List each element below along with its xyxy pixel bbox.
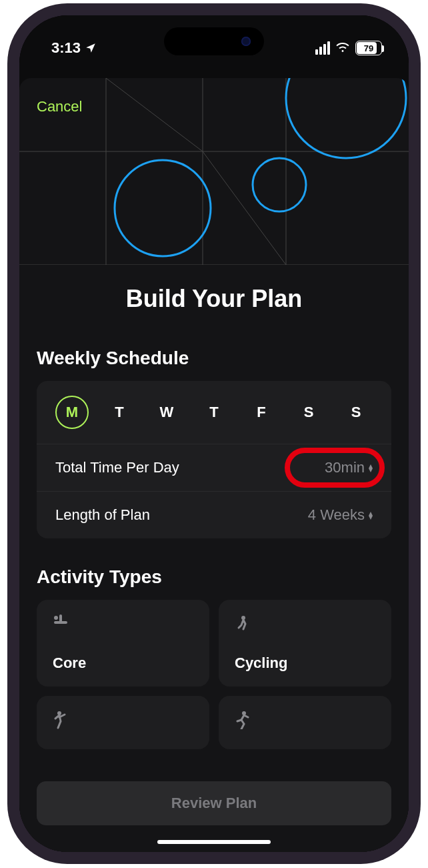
- day-monday[interactable]: M: [55, 396, 89, 429]
- phone-screen: 3:13 79: [19, 15, 409, 852]
- camera-icon: [241, 37, 251, 46]
- page-title: Build Your Plan: [19, 285, 409, 313]
- activity-types-section: Activity Types Core Cycling: [19, 566, 409, 749]
- battery-icon: 79: [355, 41, 382, 55]
- activity-types-header: Activity Types: [37, 566, 391, 588]
- day-tuesday[interactable]: T: [103, 396, 136, 429]
- activity-cycling[interactable]: Cycling: [219, 600, 391, 687]
- hero-graphic: Cancel: [19, 78, 409, 265]
- total-time-value: 30min ▴▾: [325, 459, 373, 476]
- day-wednesday[interactable]: W: [150, 396, 183, 429]
- activity-cycling-label: Cycling: [235, 655, 375, 672]
- dynamic-island: [164, 27, 264, 55]
- length-row[interactable]: Length of Plan 4 Weeks ▴▾: [37, 492, 391, 538]
- activity-core-label: Core: [53, 655, 193, 672]
- day-thursday[interactable]: T: [197, 396, 231, 429]
- svg-point-8: [253, 158, 306, 211]
- cycling-icon: [235, 614, 375, 633]
- svg-point-10: [54, 616, 58, 620]
- weekly-schedule-card: M T W T F S S Total Time Per Day 30min: [37, 381, 391, 538]
- svg-point-7: [115, 160, 211, 256]
- screen-content: Cancel Build Your Plan Weekly Schedule M…: [19, 15, 409, 852]
- day-saturday[interactable]: S: [292, 396, 325, 429]
- total-time-label: Total Time Per Day: [55, 459, 179, 476]
- stepper-icon: ▴▾: [369, 464, 373, 472]
- home-indicator[interactable]: [157, 840, 271, 844]
- weekly-schedule-section: Weekly Schedule M T W T F S S Total Time…: [19, 348, 409, 538]
- review-plan-button[interactable]: Review Plan: [37, 781, 391, 825]
- total-time-row[interactable]: Total Time Per Day 30min ▴▾: [37, 444, 391, 492]
- core-icon: [53, 614, 193, 633]
- weekly-schedule-header: Weekly Schedule: [37, 348, 391, 369]
- svg-point-9: [286, 78, 406, 158]
- running-icon: [235, 711, 375, 729]
- svg-line-5: [106, 78, 203, 151]
- activity-running[interactable]: [219, 696, 391, 749]
- day-friday[interactable]: F: [245, 396, 278, 429]
- svg-line-6: [203, 151, 286, 265]
- location-icon: [85, 42, 97, 54]
- length-label: Length of Plan: [55, 506, 150, 524]
- days-row: M T W T F S S: [37, 381, 391, 444]
- dance-icon: [53, 711, 193, 729]
- activity-core[interactable]: Core: [37, 600, 209, 687]
- svg-rect-12: [59, 614, 62, 622]
- day-sunday[interactable]: S: [339, 396, 373, 429]
- phone-frame: 3:13 79: [7, 3, 421, 864]
- modal-sheet: Cancel Build Your Plan Weekly Schedule M…: [19, 78, 409, 852]
- stepper-icon: ▴▾: [369, 511, 373, 519]
- cancel-button[interactable]: Cancel: [37, 98, 82, 115]
- cellular-icon: [315, 41, 330, 55]
- activity-dance[interactable]: [37, 696, 209, 749]
- length-value: 4 Weeks ▴▾: [308, 506, 373, 524]
- battery-percentage: 79: [364, 43, 373, 53]
- status-time: 3:13: [51, 39, 81, 57]
- wifi-icon: [335, 41, 350, 55]
- activity-grid: Core Cycling: [37, 600, 391, 749]
